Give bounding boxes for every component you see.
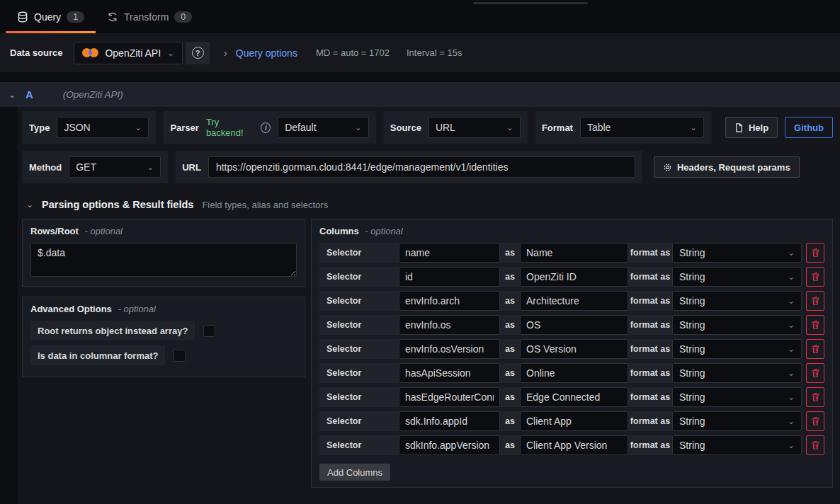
active-tab-indicator: [6, 31, 96, 33]
type-select[interactable]: JSON ⌄: [57, 117, 149, 138]
chevron-down-icon: ⌄: [788, 392, 795, 402]
column-format-select[interactable]: String ⌄: [672, 411, 802, 431]
column-alias-input[interactable]: [520, 339, 628, 359]
column-format-select[interactable]: String ⌄: [672, 243, 802, 263]
delete-column-button[interactable]: [806, 243, 824, 263]
as-label: as: [500, 315, 520, 335]
column-alias-input[interactable]: [520, 291, 628, 311]
selector-label: Selector: [319, 243, 399, 263]
column-alias-input[interactable]: [520, 435, 628, 455]
parsing-options-title: Parsing options & Result fields: [42, 199, 193, 210]
try-backend-link[interactable]: Try backend!: [206, 117, 254, 138]
chevron-down-icon: ⌄: [788, 248, 795, 258]
datasource-help-button[interactable]: ?: [186, 42, 210, 64]
format-select[interactable]: Table ⌄: [580, 117, 704, 138]
rows-root-input[interactable]: $.data: [30, 243, 297, 277]
method-select[interactable]: GET ⌄: [69, 156, 161, 178]
chevron-down-icon: ⌄: [788, 440, 795, 450]
column-alias-input[interactable]: [520, 387, 628, 407]
format-label: Format: [542, 122, 573, 133]
column-alias-input[interactable]: [520, 243, 628, 263]
column-selector-input[interactable]: [399, 243, 500, 263]
url-input[interactable]: [208, 156, 635, 178]
column-selector-input[interactable]: [399, 267, 500, 287]
collapse-chevron-icon[interactable]: ⌄: [26, 200, 33, 210]
parser-select[interactable]: Default ⌄: [278, 117, 369, 138]
source-select[interactable]: URL ⌄: [428, 117, 521, 138]
parsing-left-column: Rows/Root - optional $.data Advanced Opt…: [22, 219, 305, 377]
help-button[interactable]: Help: [725, 117, 778, 138]
selector-label: Selector: [319, 267, 399, 287]
column-selector-input[interactable]: [399, 291, 500, 311]
github-button[interactable]: Github: [785, 117, 833, 138]
column-selector-input[interactable]: [399, 363, 500, 383]
delete-column-button[interactable]: [806, 435, 824, 455]
tab-transform[interactable]: Transform 0: [96, 0, 203, 33]
column-alias-input[interactable]: [520, 363, 628, 383]
column-alias-input[interactable]: [520, 315, 628, 335]
column-format-select[interactable]: String ⌄: [672, 315, 802, 335]
query-options-link[interactable]: Query options: [236, 47, 297, 59]
trash-icon: [811, 344, 820, 354]
github-button-label: Github: [794, 122, 824, 133]
as-label: as: [500, 387, 520, 407]
chevron-down-icon: ⌄: [788, 416, 795, 426]
column-selector-input[interactable]: [399, 435, 500, 455]
format-as-label: format as: [628, 339, 672, 359]
delete-column-button[interactable]: [806, 267, 824, 287]
column-selector-input[interactable]: [399, 315, 500, 335]
chevron-down-icon: ⌄: [135, 122, 142, 132]
chevron-down-icon: ⌄: [788, 272, 795, 282]
tab-query[interactable]: Query 1: [6, 0, 96, 33]
datasource-picker[interactable]: OpenZiti API ⌄: [74, 42, 183, 64]
column-format-value: String: [679, 247, 705, 258]
delete-column-button[interactable]: [806, 339, 824, 359]
advanced-options-panel: Advanced Options - optional Root returns…: [22, 297, 305, 377]
rows-root-title-row: Rows/Root - optional: [30, 226, 297, 236]
tab-query-count-badge: 1: [67, 11, 84, 23]
column-format-select[interactable]: String ⌄: [672, 435, 802, 455]
column-row: Selector as format as String ⌄: [319, 267, 824, 287]
delete-column-button[interactable]: [806, 387, 824, 407]
rows-root-panel: Rows/Root - optional $.data: [22, 219, 305, 287]
columns-title: Columns: [319, 226, 359, 236]
advanced-options-optional-hint: - optional: [118, 304, 155, 314]
format-select-value: Table: [587, 122, 611, 133]
root-returns-object-checkbox[interactable]: [203, 325, 215, 337]
column-format-select[interactable]: String ⌄: [672, 291, 802, 311]
delete-column-button[interactable]: [806, 411, 824, 431]
delete-column-button[interactable]: [806, 315, 824, 335]
column-format-select[interactable]: String ⌄: [672, 387, 802, 407]
chevron-down-icon: ⌄: [167, 48, 174, 58]
selector-label: Selector: [319, 339, 399, 359]
column-format-select[interactable]: String ⌄: [672, 339, 802, 359]
editor-tabbar: Query 1 Transform 0: [0, 0, 840, 33]
collapse-chevron-icon[interactable]: ⌄: [8, 90, 25, 100]
tab-query-label: Query: [34, 11, 61, 23]
column-selector-input[interactable]: [399, 411, 500, 431]
column-alias-input[interactable]: [520, 411, 628, 431]
format-as-label: format as: [628, 435, 672, 455]
column-selector-input[interactable]: [399, 339, 500, 359]
delete-column-button[interactable]: [806, 363, 824, 383]
columnar-format-checkbox[interactable]: [174, 350, 186, 362]
column-row: Selector as format as String ⌄: [319, 243, 824, 263]
column-row: Selector as format as String ⌄: [319, 363, 824, 383]
request-row: Method GET ⌄ URL Headers, Request params: [22, 151, 833, 183]
rows-root-optional-hint: - optional: [85, 226, 123, 236]
column-row: Selector as format as String ⌄: [319, 387, 824, 407]
columns-title-row: Columns - optional: [319, 226, 824, 236]
selector-label: Selector: [319, 315, 399, 335]
add-columns-button[interactable]: Add Columns: [319, 464, 390, 481]
headers-request-params-button[interactable]: Headers, Request params: [654, 156, 800, 178]
delete-column-button[interactable]: [806, 291, 824, 311]
query-ref-id[interactable]: A: [25, 88, 33, 101]
panel-resize-handle[interactable]: [473, 2, 588, 4]
column-format-select[interactable]: String ⌄: [672, 363, 802, 383]
source-label: Source: [390, 122, 421, 133]
selector-label: Selector: [319, 411, 399, 431]
column-alias-input[interactable]: [520, 267, 628, 287]
column-format-select[interactable]: String ⌄: [672, 267, 802, 287]
column-selector-input[interactable]: [399, 387, 500, 407]
advanced-options-title: Advanced Options: [30, 304, 112, 314]
